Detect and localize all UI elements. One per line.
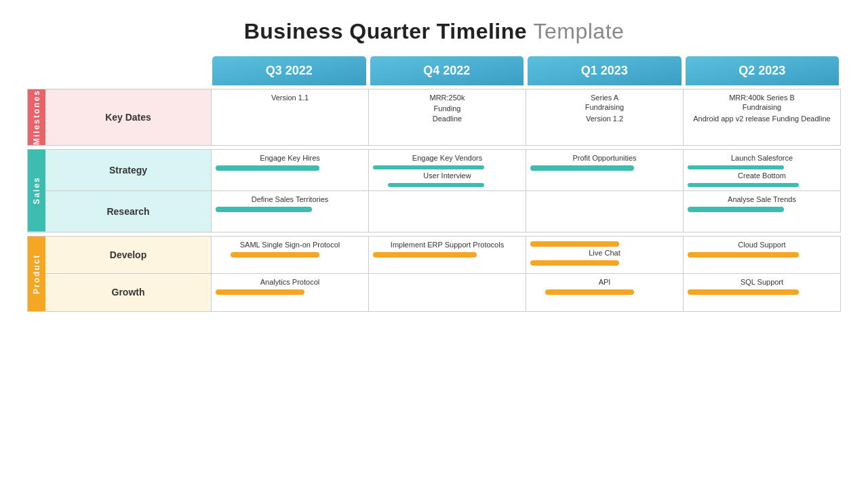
milestones-col-3: MRR:400k Series B FundraisingAndroid app… bbox=[683, 89, 840, 145]
sales-cell-q2-r1 bbox=[526, 191, 683, 232]
cell-text: MRR:400k Series B Fundraising bbox=[688, 93, 836, 113]
gantt-bar bbox=[688, 252, 799, 258]
gantt-bar bbox=[216, 165, 319, 171]
milestones-label-col: MilestonesKey Dates bbox=[28, 89, 211, 145]
cell-text: Define Sales Territories bbox=[216, 195, 364, 204]
gantt-bar bbox=[530, 241, 619, 247]
milestones-col-0: Version 1.1 bbox=[211, 89, 368, 145]
product-row-label-1: Growth bbox=[45, 274, 211, 311]
quarter-header-1: Q4 2022 bbox=[370, 56, 524, 85]
sales-cell-q0-r0: Engage Key Hires bbox=[212, 150, 368, 191]
sales-tab: Sales bbox=[28, 150, 45, 232]
milestones-cell-q3-r0: MRR:400k Series B FundraisingAndroid app… bbox=[684, 89, 840, 145]
gantt-bar bbox=[373, 252, 477, 258]
gantt-bar bbox=[530, 260, 619, 266]
gantt-bar bbox=[688, 289, 799, 295]
sales-col-3: Launch SalesforceCreate BottomAnalyse Sa… bbox=[683, 150, 840, 232]
cell-text: Engage Key Hires bbox=[216, 153, 364, 163]
cell-text: User Interview bbox=[373, 171, 521, 180]
gantt-bar bbox=[688, 165, 784, 169]
product-cell-q2-r1: API bbox=[526, 274, 683, 311]
cell-text: Implement ERP Support Protocols bbox=[373, 240, 521, 249]
gantt-bar bbox=[530, 165, 634, 171]
cell-text: MRR:250k bbox=[373, 93, 521, 102]
sales-cell-q2-r0: Profit Opportunities bbox=[526, 150, 683, 191]
milestones-cell-q0-r0: Version 1.1 bbox=[212, 89, 368, 145]
product-cell-q3-r1: SQL Support bbox=[684, 274, 840, 311]
milestones-row-labels: Key Dates bbox=[45, 89, 211, 145]
cell-text: Series A Fundraising bbox=[530, 93, 679, 113]
cell-text: API bbox=[530, 277, 679, 287]
cell-text: Analyse Sale Trends bbox=[688, 195, 836, 204]
cell-text: Version 1.2 bbox=[530, 114, 679, 123]
gantt-bar bbox=[216, 289, 304, 295]
cell-text: Engage Key Vendors bbox=[373, 153, 521, 163]
product-cell-q2-r0: Live Chat bbox=[526, 237, 683, 274]
gantt-bar bbox=[373, 165, 484, 169]
cell-text: SAML Single Sign-on Protocol bbox=[216, 240, 364, 249]
cell-text: Profit Opportunities bbox=[530, 153, 679, 163]
gantt-bar bbox=[688, 183, 799, 187]
gantt-bar bbox=[688, 207, 784, 212]
sales-label-col: SalesStrategyResearch bbox=[28, 150, 211, 232]
milestones-cell-q2-r0: Series A FundraisingVersion 1.2 bbox=[526, 89, 683, 145]
cell-text: Launch Salesforce bbox=[688, 153, 836, 163]
cell-text: Cloud Support bbox=[688, 240, 836, 249]
product-col-0: SAML Single Sign-on ProtocolAnalytics Pr… bbox=[211, 237, 368, 311]
quarter-header-0: Q3 2022 bbox=[212, 56, 366, 85]
product-cell-q1-r1 bbox=[369, 274, 526, 311]
cell-text: SQL Support bbox=[688, 277, 836, 287]
page-title: Business Quarter Timeline Template bbox=[244, 19, 625, 44]
timeline-container: Q3 2022Q4 2022Q1 2023Q2 2023MilestonesKe… bbox=[27, 56, 841, 312]
cell-text: Analytics Protocol bbox=[216, 277, 364, 287]
sales-cell-q3-r1: Analyse Sale Trends bbox=[684, 191, 840, 232]
sales-col-1: Engage Key VendorsUser Interview bbox=[368, 150, 526, 232]
sales-row-label-0: Strategy bbox=[45, 150, 211, 191]
sales-cell-q1-r1 bbox=[369, 191, 526, 232]
product-col-1: Implement ERP Support Protocols bbox=[368, 237, 526, 311]
product-cell-q0-r0: SAML Single Sign-on Protocol bbox=[212, 237, 368, 274]
sales-cell-q3-r0: Launch SalesforceCreate Bottom bbox=[684, 150, 840, 191]
gantt-bar bbox=[216, 207, 312, 212]
sales-row-labels: StrategyResearch bbox=[45, 150, 211, 232]
quarter-header-2: Q1 2023 bbox=[528, 56, 682, 85]
milestones-section: MilestonesKey DatesVersion 1.1MRR:250kFu… bbox=[27, 89, 841, 146]
sales-cell-q1-r0: Engage Key VendorsUser Interview bbox=[369, 150, 526, 191]
sales-cell-q0-r1: Define Sales Territories bbox=[212, 191, 368, 232]
milestones-cell-q1-r0: MRR:250kFunding Deadline bbox=[369, 89, 526, 145]
product-row-label-0: Develop bbox=[45, 237, 211, 274]
product-cell-q3-r0: Cloud Support bbox=[684, 237, 840, 274]
milestones-row-label-0: Key Dates bbox=[45, 89, 211, 145]
sales-row-label-1: Research bbox=[45, 191, 211, 232]
product-section: ProductDevelopGrowthSAML Single Sign-on … bbox=[27, 236, 841, 312]
product-col-3: Cloud SupportSQL Support bbox=[683, 237, 840, 311]
product-col-2: Live ChatAPI bbox=[526, 237, 683, 311]
sales-col-0: Engage Key HiresDefine Sales Territories bbox=[211, 150, 368, 232]
header-spacer bbox=[27, 56, 210, 85]
gantt-bar bbox=[545, 289, 634, 295]
cell-text: Funding Deadline bbox=[373, 104, 521, 123]
product-label-col: ProductDevelopGrowth bbox=[28, 237, 211, 311]
cell-text: Android app v2 release Funding Deadline bbox=[688, 114, 836, 123]
milestones-col-2: Series A FundraisingVersion 1.2 bbox=[526, 89, 683, 145]
cell-text: Version 1.1 bbox=[216, 93, 364, 102]
product-tab: Product bbox=[28, 237, 45, 311]
milestones-tab: Milestones bbox=[28, 89, 45, 145]
quarters-row: Q3 2022Q4 2022Q1 2023Q2 2023 bbox=[27, 56, 841, 85]
title-light: Template bbox=[533, 19, 624, 43]
title-bold: Business Quarter Timeline bbox=[244, 19, 527, 43]
cell-text: Create Bottom bbox=[688, 171, 836, 180]
gantt-bar bbox=[231, 252, 319, 258]
sales-section: SalesStrategyResearchEngage Key HiresDef… bbox=[27, 149, 841, 232]
gantt-bar bbox=[388, 183, 484, 187]
product-cell-q0-r1: Analytics Protocol bbox=[212, 274, 368, 311]
sales-col-2: Profit Opportunities bbox=[526, 150, 683, 232]
milestones-col-1: MRR:250kFunding Deadline bbox=[368, 89, 526, 145]
product-cell-q1-r0: Implement ERP Support Protocols bbox=[369, 237, 526, 274]
quarter-header-3: Q2 2023 bbox=[686, 56, 840, 85]
cell-text: Live Chat bbox=[530, 248, 679, 258]
product-row-labels: DevelopGrowth bbox=[45, 237, 211, 311]
